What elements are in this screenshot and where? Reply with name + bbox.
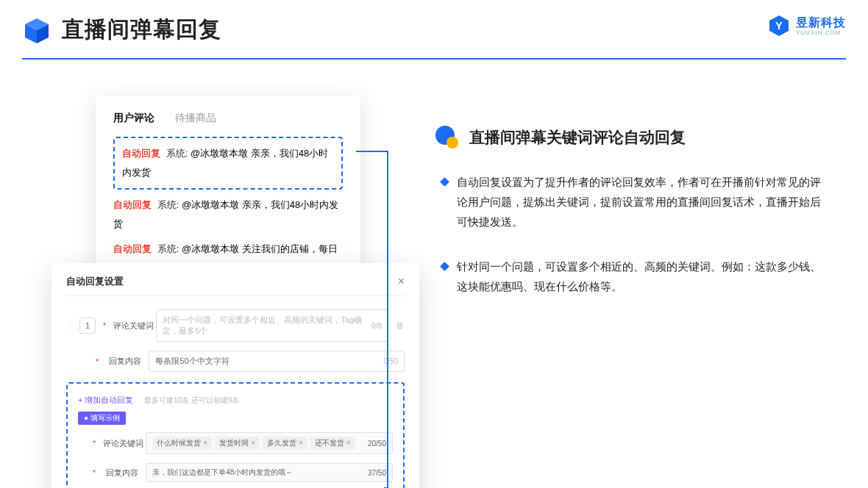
example-content-row: * 回复内容 亲，我们这边都是下单48小时内发货的哦～ 37/50 xyxy=(78,463,393,482)
keyword-input[interactable]: 对同一个问题，可设置多个相近、高频的关键词，Tag确定，最多5个 0/8 xyxy=(156,309,388,342)
content-label: 回复内容 xyxy=(106,356,141,367)
example-keyword-input[interactable]: 什么时候发货× 发货时间× 多久发货× 还不发货× 20/50 xyxy=(146,432,393,454)
bullet-item: 自动回复设置为了提升作者的评论回复效率，作者可在开播前针对常见的评论用户问题，提… xyxy=(441,172,831,232)
connector-line xyxy=(356,151,388,152)
bullet-text: 自动回复设置为了提升作者的评论回复效率，作者可在开播前针对常见的评论用户问题，提… xyxy=(457,172,831,232)
diamond-bullet-icon xyxy=(440,177,449,187)
close-icon[interactable]: × xyxy=(398,275,405,288)
required-star: * xyxy=(93,468,96,477)
diamond-bullet-icon xyxy=(440,262,449,271)
add-hint: 最多可建10条 还可以创建9条 xyxy=(144,396,239,404)
comments-tabs: 用户评论 待播商品 xyxy=(113,112,343,125)
tab-pending-goods[interactable]: 待播商品 xyxy=(175,112,216,125)
tag-chip[interactable]: 多久发货× xyxy=(263,437,307,450)
svg-point-6 xyxy=(447,137,458,148)
example-keyword-row: * 评论关键词 什么时候发货× 发货时间× 多久发货× 还不发货× 20/50 xyxy=(78,432,393,454)
auto-reply-tag: 自动回复 xyxy=(113,199,152,210)
example-badge: ● 填写示例 xyxy=(78,412,126,425)
settings-title: 自动回复设置 xyxy=(66,275,124,288)
svg-text:Y: Y xyxy=(775,20,783,32)
brand-subtext: YUUXIN.COM xyxy=(796,29,846,36)
brand-text: 昱新科技 xyxy=(796,15,846,31)
tag-remove-icon[interactable]: × xyxy=(251,439,255,447)
system-label: 系统: xyxy=(157,243,179,254)
add-auto-reply-link[interactable]: + 增加自动回复 xyxy=(78,395,133,404)
settings-panel: 自动回复设置 × ⋮⋮ 1 * 评论关键词 对同一个问题，可设置多个相近、高频的… xyxy=(51,263,419,488)
tag-remove-icon[interactable]: × xyxy=(299,439,303,447)
tag-list: 什么时候发货× 发货时间× 多久发货× 还不发货× xyxy=(152,437,355,450)
content-input[interactable]: 每条限50个中文字符 0/50 xyxy=(149,351,405,372)
comment-item: 自动回复 系统: @冰墩墩本墩 亲亲，我们48小时内发货 xyxy=(113,195,343,234)
brand-hex-icon: Y xyxy=(768,15,790,37)
bullet-text: 针对同一个问题，可设置多个相近的、高频的关键词。例如：这款多少钱、这块能优惠吗、… xyxy=(457,256,831,296)
section-title-row: 直播间弹幕关键词评论自动回复 xyxy=(434,125,831,150)
demo-area: 用户评论 待播商品 自动回复 系统: @冰墩墩本墩 亲亲，我们48小时内发货 自… xyxy=(51,96,419,470)
tag-chip[interactable]: 什么时候发货× xyxy=(152,437,212,450)
required-star: * xyxy=(96,357,99,366)
content-counter: 0/50 xyxy=(384,357,398,365)
page-header: 直播间弹幕回复 Y 昱新科技 YUUXIN.COM xyxy=(22,15,846,60)
trash-icon[interactable]: 🗑 xyxy=(396,320,405,331)
brand-logo: Y 昱新科技 YUUXIN.COM xyxy=(768,15,846,37)
right-content: 直播间弹幕关键词评论自动回复 自动回复设置为了提升作者的评论回复效率，作者可在开… xyxy=(434,125,831,321)
auto-reply-tag: 自动回复 xyxy=(113,243,152,254)
tag-chip[interactable]: 还不发货× xyxy=(310,437,355,450)
example-keyword-label: 评论关键词 xyxy=(103,438,138,449)
drag-handle-icon[interactable]: ⋮⋮ xyxy=(66,322,72,329)
system-label: 系统: xyxy=(157,199,179,210)
highlighted-comment: 自动回复 系统: @冰墩墩本墩 亲亲，我们48小时内发货 xyxy=(113,137,343,190)
auto-reply-tag: 自动回复 xyxy=(122,148,160,159)
example-content-label: 回复内容 xyxy=(103,467,138,478)
content-row: * 回复内容 每条限50个中文字符 0/50 xyxy=(66,351,405,372)
index-box: 1 xyxy=(79,317,96,334)
section-title: 直播间弹幕关键词评论自动回复 xyxy=(469,127,686,148)
keyword-counter: 0/8 xyxy=(371,322,382,330)
tab-user-comments[interactable]: 用户评论 xyxy=(113,112,154,125)
tag-chip[interactable]: 发货时间× xyxy=(215,437,260,450)
keyword-placeholder: 对同一个问题，可设置多个相近、高频的关键词，Tag确定，最多5个 xyxy=(163,315,371,337)
required-star: * xyxy=(93,439,96,448)
tag-remove-icon[interactable]: × xyxy=(346,439,351,447)
example-box: + 增加自动回复 最多可建10条 还可以创建9条 ● 填写示例 * 评论关键词 … xyxy=(66,382,405,488)
required-star: * xyxy=(103,321,106,330)
keyword-row: ⋮⋮ 1 * 评论关键词 对同一个问题，可设置多个相近、高频的关键词，Tag确定… xyxy=(66,309,405,342)
bullet-item: 针对同一个问题，可设置多个相近的、高频的关键词。例如：这款多少钱、这块能优惠吗、… xyxy=(441,256,831,296)
system-label: 系统: xyxy=(166,148,188,159)
chat-bubble-icon xyxy=(434,125,459,150)
connector-line xyxy=(387,151,388,488)
header-divider xyxy=(22,58,846,60)
example-keyword-counter: 20/50 xyxy=(368,439,386,448)
content-placeholder: 每条限50个中文字符 xyxy=(155,356,229,367)
tag-remove-icon[interactable]: × xyxy=(203,439,207,447)
cube-icon xyxy=(22,15,51,45)
example-content-counter: 37/50 xyxy=(368,469,386,477)
bullet-list: 自动回复设置为了提升作者的评论回复效率，作者可在开播前针对常见的评论用户问题，提… xyxy=(434,172,831,296)
keyword-label: 评论关键词 xyxy=(113,320,149,331)
example-content-input[interactable]: 亲，我们这边都是下单48小时内发货的哦～ 37/50 xyxy=(146,463,393,482)
example-content-text: 亲，我们这边都是下单48小时内发货的哦～ xyxy=(152,467,293,478)
page-title: 直播间弹幕回复 xyxy=(62,15,221,45)
